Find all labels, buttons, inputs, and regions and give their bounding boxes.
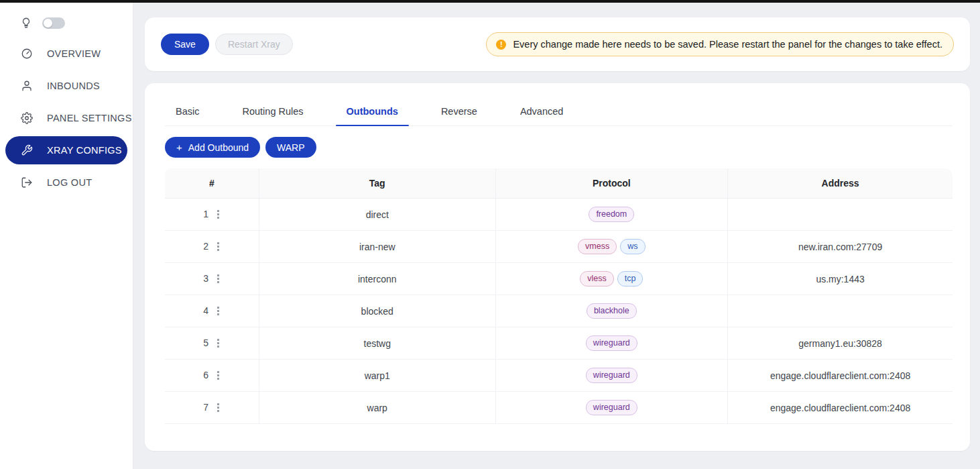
table-row: 4 blocked blackhole (165, 295, 953, 327)
protocol-cell-inner: blackhole (501, 303, 723, 319)
row-number: 5 (203, 337, 208, 348)
row-number: 6 (203, 370, 208, 380)
outbounds-table-body: 1 direct freedom 2 iran-new vmessws (165, 199, 953, 424)
config-tabs: Basic Routing Rules Outbounds Reverse Ad… (165, 99, 953, 126)
table-row: 6 warp1 wireguard engage.cloudflareclien… (165, 360, 953, 392)
sidebar-item-label: INBOUNDS (47, 81, 100, 91)
wrench-icon (21, 144, 33, 156)
outbound-address: germany1.eu:30828 (728, 327, 953, 360)
logout-icon (21, 176, 33, 189)
drag-handle-icon[interactable] (216, 337, 221, 350)
table-row: 7 warp wireguard engage.cloudflareclient… (165, 392, 953, 424)
table-header-row: # Tag Protocol Address (165, 168, 953, 199)
drag-handle-icon[interactable] (216, 369, 221, 382)
outbound-address: engage.cloudflareclient.com:2408 (728, 392, 953, 424)
tab-reverse[interactable]: Reverse (430, 99, 488, 125)
sidebar-item-label: LOG OUT (47, 177, 92, 188)
sidebar-item-xray-configs[interactable]: XRAY CONFIGS (5, 136, 127, 164)
protocol-badge: tcp (617, 271, 644, 287)
protocol-badge: blackhole (587, 303, 637, 319)
table-row: 5 testwg wireguard germany1.eu:30828 (165, 327, 953, 360)
add-outbound-button[interactable]: +Add Outbound (165, 137, 260, 158)
outbound-tag: interconn (259, 263, 496, 295)
drag-handle-icon[interactable] (216, 305, 221, 317)
outbound-tag: direct (259, 199, 496, 231)
gear-icon (21, 112, 33, 124)
warp-button[interactable]: WARP (265, 137, 316, 158)
outbound-tag: warp (259, 392, 496, 424)
row-number: 1 (203, 209, 208, 219)
row-number: 4 (203, 305, 208, 316)
outbound-address: engage.cloudflareclient.com:2408 (728, 360, 953, 392)
user-icon (21, 80, 33, 92)
warning-icon: ! (496, 40, 506, 50)
tab-basic[interactable]: Basic (165, 99, 210, 125)
outbound-address: us.my:1443 (728, 263, 953, 295)
lightbulb-icon (20, 17, 32, 29)
toolbar-card: Save Restart Xray ! Every change made he… (145, 17, 970, 71)
outbound-address: new.iran.com:27709 (728, 231, 953, 263)
save-warning-alert: ! Every change made here needs to be sav… (486, 32, 954, 56)
tab-advanced[interactable]: Advanced (509, 99, 574, 125)
protocol-cell-inner: vmessws (501, 239, 723, 255)
outbound-tag: warp1 (259, 360, 496, 392)
row-number: 2 (203, 241, 208, 252)
restart-xray-button[interactable]: Restart Xray (215, 34, 293, 55)
sidebar-item-label: XRAY CONFIGS (47, 145, 122, 156)
table-row: 3 interconn vlesstcp us.my:1443 (165, 263, 953, 295)
sidebar-item-label: PANEL SETTINGS (47, 113, 132, 123)
protocol-cell-inner: vlesstcp (501, 271, 723, 287)
outbound-tag: blocked (259, 295, 496, 327)
protocol-badge: vmess (578, 239, 617, 255)
main-content: Save Restart Xray ! Every change made he… (133, 0, 980, 469)
protocol-cell-inner: wireguard (501, 400, 723, 416)
theme-toggle-row (0, 8, 133, 38)
drag-handle-icon[interactable] (216, 401, 221, 414)
sidebar-item-label: OVERVIEW (47, 48, 101, 59)
xray-config-card: Basic Routing Rules Outbounds Reverse Ad… (145, 83, 970, 451)
protocol-cell-inner: wireguard (501, 335, 723, 352)
protocol-badge: ws (620, 239, 645, 255)
add-outbound-label: Add Outbound (188, 142, 249, 153)
tab-outbounds[interactable]: Outbounds (336, 99, 409, 125)
drag-handle-icon[interactable] (216, 272, 221, 285)
row-number: 3 (203, 273, 208, 284)
table-row: 2 iran-new vmessws new.iran.com:27709 (165, 231, 953, 263)
protocol-cell-inner: freedom (501, 207, 723, 223)
window-top-strip (0, 0, 980, 3)
dark-mode-switch[interactable] (42, 17, 65, 29)
alert-text: Every change made here needs to be saved… (513, 39, 942, 50)
outbound-address (728, 295, 953, 327)
outbound-actions: +Add Outbound WARP (165, 137, 953, 158)
save-button[interactable]: Save (161, 34, 209, 55)
drag-handle-icon[interactable] (216, 240, 221, 253)
sidebar-item-log-out[interactable]: LOG OUT (0, 166, 133, 199)
protocol-badge: wireguard (586, 400, 637, 416)
sidebar-item-inbounds[interactable]: INBOUNDS (0, 70, 133, 102)
column-header-tag: Tag (259, 168, 496, 199)
row-number: 7 (203, 402, 208, 413)
column-header-protocol: Protocol (496, 168, 729, 199)
column-header-number: # (165, 168, 259, 199)
outbound-address (728, 199, 953, 231)
protocol-cell-inner: wireguard (501, 368, 723, 384)
dashboard-icon (21, 48, 33, 60)
tab-routing-rules[interactable]: Routing Rules (231, 99, 314, 125)
protocol-badge: wireguard (586, 368, 637, 384)
sidebar: OVERVIEW INBOUNDS PANEL SETTINGS XRAY CO… (0, 0, 133, 469)
switch-knob (44, 19, 52, 28)
plus-icon: + (176, 142, 182, 153)
toolbar-buttons: Save Restart Xray (161, 34, 293, 55)
protocol-badge: vless (580, 271, 613, 287)
table-row: 1 direct freedom (165, 199, 953, 231)
outbound-tag: testwg (259, 327, 496, 360)
sidebar-item-overview[interactable]: OVERVIEW (0, 38, 133, 70)
sidebar-item-panel-settings[interactable]: PANEL SETTINGS (0, 102, 133, 134)
protocol-badge: wireguard (586, 335, 637, 352)
outbound-tag: iran-new (259, 231, 496, 263)
drag-handle-icon[interactable] (216, 208, 221, 221)
outbounds-table: # Tag Protocol Address 1 direct freedom (165, 168, 953, 424)
column-header-address: Address (728, 168, 953, 199)
protocol-badge: freedom (589, 207, 634, 223)
